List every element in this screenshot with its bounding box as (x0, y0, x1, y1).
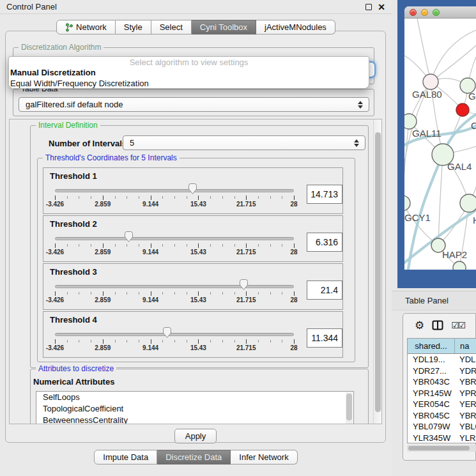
tick-label: 9.144 (142, 344, 158, 351)
column-header-name[interactable]: na (455, 339, 476, 353)
tick-label: 15.43 (190, 249, 206, 256)
threshold-panel-4: Threshold 4-3.4262.8599.14415.4321.71528… (43, 311, 343, 358)
threshold-value-field[interactable]: 21.4 (307, 280, 342, 300)
interval-definition-group: Interval Definition Number of Intervals … (30, 125, 369, 368)
tick-mark (234, 244, 235, 247)
spinner-arrows-icon[interactable] (358, 101, 363, 109)
threshold-value-field[interactable]: 14.713 (307, 185, 342, 204)
number-of-intervals-select[interactable]: 5 (123, 135, 365, 150)
network-node[interactable] (453, 261, 466, 270)
traffic-light-close-icon[interactable] (410, 9, 417, 16)
popup-option-equal-width[interactable]: Equal Width/Frequency Discretization (9, 78, 369, 89)
threshold-slider[interactable]: -3.4262.8599.14415.4321.71528 (55, 275, 294, 305)
threshold-label: Threshold 4 (43, 312, 342, 323)
tick-mark (270, 292, 271, 295)
column-header-shared-name[interactable]: shared... (408, 339, 455, 353)
tick-mark (139, 292, 139, 295)
table-row[interactable]: YLR345WYLR3 (408, 433, 476, 444)
traffic-light-zoom-icon[interactable] (433, 9, 440, 16)
tick-mark (139, 340, 139, 342)
network-node-gal11[interactable] (404, 114, 417, 129)
tick-label: 9.144 (142, 249, 158, 256)
cell-shared-name: YBR043C (408, 376, 455, 388)
tick-mark (246, 196, 247, 200)
cell-name: YBR0 (455, 376, 476, 388)
tick-mark (270, 196, 271, 199)
table-row[interactable]: YER054CYER0 (408, 399, 476, 410)
attribute-item[interactable]: TopologicalCoefficient (36, 403, 353, 415)
number-of-intervals-value: 5 (123, 136, 365, 150)
slider-thumb-icon[interactable] (162, 326, 172, 339)
network-node-red-node[interactable] (456, 104, 469, 116)
network-node-label: H (473, 215, 476, 226)
close-icon[interactable]: ✕ (378, 4, 385, 10)
tab-infer-network[interactable]: Infer Network (231, 450, 297, 464)
tick-mark (174, 196, 175, 199)
table-row[interactable]: YDR27...YDR2 (408, 365, 476, 377)
tick-mark (198, 196, 199, 200)
apply-button[interactable]: Apply (174, 429, 217, 443)
tick-mark (115, 292, 116, 295)
network-canvas[interactable]: GAL80GACGAL11GAL4GCY1HHAP2 (404, 19, 476, 270)
table-row[interactable]: YBR045CYBR0 (408, 410, 476, 422)
threshold-panel-3: Threshold 3-3.4262.8599.14415.4321.71528… (43, 263, 343, 310)
algorithm-dropdown-popup: Select algorithm to view settings Manual… (8, 56, 369, 89)
tab-jactivemnodules[interactable]: jActiveMNodules (256, 20, 335, 35)
threshold-slider[interactable]: -3.4262.8599.14415.4321.71528 (55, 227, 294, 257)
slider-thumb-icon[interactable] (188, 183, 197, 195)
checkbox-pair-icon[interactable]: ☑☑ (451, 320, 464, 330)
gear-icon[interactable]: ⚙ (415, 320, 424, 331)
tab-cyni-toolbox[interactable]: Cyni Toolbox (192, 20, 256, 35)
attributes-scrollbar-thumb[interactable] (346, 394, 352, 420)
traffic-light-minimize-icon[interactable] (421, 9, 428, 16)
tick-label: 15.43 (190, 201, 206, 208)
threshold-value-field[interactable]: 11.344 (307, 328, 342, 348)
split-columns-icon[interactable] (432, 320, 443, 330)
table-row[interactable]: YBL079WYBL0 (408, 421, 476, 433)
tick-mark (210, 340, 211, 342)
slider-thumb-icon[interactable] (239, 279, 249, 291)
tick-mark (79, 244, 79, 247)
tick-mark (55, 196, 56, 200)
tab-style[interactable]: Style (116, 20, 151, 35)
network-node-gal80[interactable] (423, 74, 438, 89)
spinner-arrows-icon[interactable] (354, 139, 359, 147)
cell-name: YLR3 (455, 433, 476, 444)
tab-impute-data[interactable]: Impute Data (94, 450, 157, 464)
table-row[interactable]: YPR145WYPR1 (408, 388, 476, 399)
network-window-titlebar[interactable] (404, 6, 476, 19)
float-window-icon[interactable] (365, 4, 372, 10)
network-node-gcy1[interactable] (404, 196, 410, 211)
tick-mark (234, 340, 235, 342)
tick-mark (210, 196, 211, 199)
threshold-slider[interactable]: -3.4262.8599.14415.4321.71528 (55, 323, 294, 353)
threshold-label: Threshold 2 (43, 216, 342, 227)
network-node-label: HAP2 (442, 249, 467, 260)
tick-mark (234, 196, 235, 199)
threshold-slider[interactable]: -3.4262.8599.14415.4321.71528 (55, 179, 294, 210)
slider-thumb-icon[interactable] (124, 231, 134, 243)
table-row[interactable]: YDL19...YDL1 (408, 354, 476, 365)
attribute-item[interactable]: BetweennessCentrality (36, 415, 353, 424)
tick-mark (282, 196, 282, 199)
tab-discretize-data[interactable]: Discretize Data (157, 450, 231, 464)
cell-name: YBL0 (455, 421, 476, 433)
popup-option-manual-discretization[interactable]: Manual Discretization (9, 67, 369, 78)
network-node[interactable] (460, 194, 476, 212)
tab-network[interactable]: Network (56, 20, 116, 35)
network-node-label: GAL80 (412, 89, 442, 100)
tick-mark (246, 291, 247, 296)
table-row[interactable]: YBR043CYBR0 (408, 376, 476, 388)
tick-label: 28 (290, 201, 297, 208)
tab-select[interactable]: Select (151, 20, 192, 35)
tick-mark (270, 340, 271, 342)
table-hscrollbar-thumb[interactable] (408, 446, 470, 450)
threshold-value-field[interactable]: 6.316 (307, 233, 342, 252)
tick-mark (234, 292, 235, 295)
attribute-item[interactable]: SelfLoops (36, 392, 353, 403)
tick-mark (151, 291, 151, 296)
table-data-select[interactable]: galFiltered.sif default node (19, 97, 369, 112)
tick-mark (198, 339, 199, 344)
table-data-group: Table Data galFiltered.sif default node (13, 89, 374, 116)
settings-scrollbar-thumb[interactable] (375, 132, 381, 412)
